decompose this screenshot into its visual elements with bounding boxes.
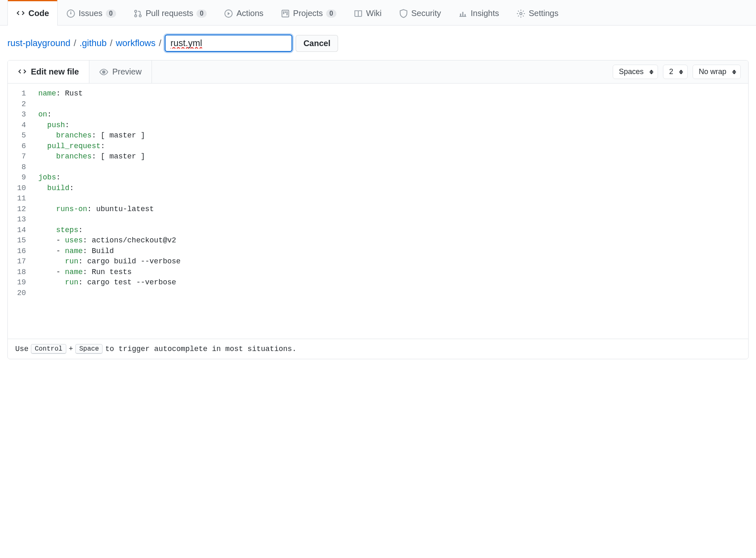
indent-size-select[interactable]: 2 bbox=[663, 65, 688, 79]
breadcrumb-separator: / bbox=[74, 38, 76, 49]
line-number: 10 bbox=[8, 183, 26, 194]
line-number: 17 bbox=[8, 256, 26, 267]
cancel-button[interactable]: Cancel bbox=[296, 35, 338, 52]
tab-label: Wiki bbox=[366, 9, 382, 18]
tab-actions[interactable]: Actions bbox=[215, 0, 272, 26]
line-number: 7 bbox=[8, 151, 26, 162]
sort-icon bbox=[679, 70, 683, 74]
svg-rect-7 bbox=[282, 10, 289, 17]
code-line[interactable]: branches: [ master ] bbox=[38, 151, 748, 162]
wrap-mode-select[interactable]: No wrap bbox=[693, 65, 741, 79]
svg-rect-13 bbox=[464, 14, 466, 16]
hint-plus: + bbox=[69, 345, 73, 353]
tab-insights[interactable]: Insights bbox=[450, 0, 508, 26]
line-number: 16 bbox=[8, 246, 26, 257]
line-number-gutter: 1234567891011121314151617181920 bbox=[8, 88, 32, 334]
kbd-control: Control bbox=[31, 344, 66, 354]
line-number: 11 bbox=[8, 193, 26, 204]
file-header-tabs: Edit new file Preview Spaces 2 No wrap bbox=[8, 60, 748, 84]
line-number: 12 bbox=[8, 204, 26, 215]
svg-point-15 bbox=[102, 70, 105, 73]
svg-point-4 bbox=[135, 15, 137, 17]
svg-rect-9 bbox=[285, 11, 286, 13]
breadcrumb-repo[interactable]: rust-playground bbox=[7, 38, 70, 49]
indent-mode-select[interactable]: Spaces bbox=[613, 65, 658, 79]
git-pull-request-icon bbox=[133, 9, 142, 18]
tab-label: Edit new file bbox=[31, 67, 79, 77]
code-line[interactable] bbox=[38, 214, 748, 225]
tab-label: Preview bbox=[112, 67, 142, 77]
breadcrumb-separator: / bbox=[159, 38, 161, 49]
tab-preview[interactable]: Preview bbox=[89, 60, 152, 83]
tab-label: Actions bbox=[236, 9, 264, 18]
select-value: 2 bbox=[669, 67, 673, 76]
tab-edit-new-file[interactable]: Edit new file bbox=[8, 60, 89, 83]
tab-label: Security bbox=[411, 9, 441, 18]
graph-icon bbox=[458, 9, 467, 18]
tab-security[interactable]: Security bbox=[390, 0, 450, 26]
svg-point-3 bbox=[135, 10, 137, 12]
svg-point-14 bbox=[520, 12, 522, 15]
tab-code[interactable]: Code bbox=[7, 0, 58, 26]
tab-label: Issues bbox=[79, 9, 103, 18]
code-line[interactable]: jobs: bbox=[38, 172, 748, 183]
tab-wiki[interactable]: Wiki bbox=[345, 0, 390, 26]
code-line[interactable]: runs-on: ubuntu-latest bbox=[38, 204, 748, 215]
svg-rect-10 bbox=[287, 11, 288, 15]
code-line[interactable]: on: bbox=[38, 109, 748, 120]
line-number: 15 bbox=[8, 235, 26, 246]
line-number: 6 bbox=[8, 141, 26, 152]
code-line[interactable]: run: cargo build --verbose bbox=[38, 256, 748, 267]
tab-projects[interactable]: Projects 0 bbox=[272, 0, 345, 26]
line-number: 2 bbox=[8, 99, 26, 110]
code-icon bbox=[18, 67, 27, 77]
code-line[interactable]: - uses: actions/checkout@v2 bbox=[38, 235, 748, 246]
tab-pull-requests[interactable]: Pull requests 0 bbox=[125, 0, 216, 26]
filename-input[interactable] bbox=[165, 35, 292, 52]
kbd-space: Space bbox=[75, 344, 103, 354]
book-icon bbox=[354, 9, 363, 18]
breadcrumb-part-workflows[interactable]: workflows bbox=[116, 38, 156, 49]
autocomplete-hint: Use Control + Space to trigger autocompl… bbox=[8, 339, 748, 359]
code-line[interactable]: run: cargo test --verbose bbox=[38, 277, 748, 288]
line-number: 19 bbox=[8, 277, 26, 288]
svg-rect-11 bbox=[460, 14, 461, 16]
code-line[interactable]: steps: bbox=[38, 225, 748, 236]
code-line[interactable]: branches: [ master ] bbox=[38, 130, 748, 141]
tab-label: Insights bbox=[471, 9, 499, 18]
code-line[interactable]: - name: Run tests bbox=[38, 267, 748, 278]
sort-icon bbox=[649, 70, 653, 74]
select-value: Spaces bbox=[619, 67, 644, 76]
editor-toolbar-right: Spaces 2 No wrap bbox=[613, 65, 748, 79]
svg-rect-8 bbox=[283, 11, 284, 14]
editor-box: Edit new file Preview Spaces 2 No wrap 1… bbox=[7, 60, 749, 359]
hint-text: Use bbox=[15, 345, 28, 353]
svg-rect-2 bbox=[70, 11, 71, 13]
line-number: 18 bbox=[8, 267, 26, 278]
breadcrumb-part-github[interactable]: .github bbox=[79, 38, 107, 49]
line-number: 20 bbox=[8, 288, 26, 299]
code-content[interactable]: name: Rust on: push: branches: [ master … bbox=[32, 88, 748, 334]
code-line[interactable] bbox=[38, 288, 748, 299]
line-number: 3 bbox=[8, 109, 26, 120]
code-line[interactable]: build: bbox=[38, 183, 748, 194]
code-line[interactable] bbox=[38, 193, 748, 204]
code-editor[interactable]: 1234567891011121314151617181920 name: Ru… bbox=[8, 84, 748, 339]
tab-issues[interactable]: Issues 0 bbox=[58, 0, 125, 26]
code-line[interactable]: push: bbox=[38, 120, 748, 131]
code-line[interactable]: - name: Build bbox=[38, 246, 748, 257]
code-line[interactable] bbox=[38, 99, 748, 110]
line-number: 9 bbox=[8, 172, 26, 183]
code-line[interactable]: pull_request: bbox=[38, 141, 748, 152]
line-number: 13 bbox=[8, 214, 26, 225]
repo-tabnav: Code Issues 0 Pull requests 0 Actions Pr… bbox=[0, 0, 756, 26]
project-icon bbox=[281, 9, 290, 18]
line-number: 4 bbox=[8, 120, 26, 131]
hint-text: to trigger autocomplete in most situatio… bbox=[105, 345, 296, 353]
projects-count: 0 bbox=[326, 9, 336, 18]
tab-label: Settings bbox=[529, 9, 558, 18]
tab-settings[interactable]: Settings bbox=[508, 0, 567, 26]
code-line[interactable]: name: Rust bbox=[38, 88, 748, 99]
issues-count: 0 bbox=[106, 9, 116, 18]
code-line[interactable] bbox=[38, 162, 748, 173]
